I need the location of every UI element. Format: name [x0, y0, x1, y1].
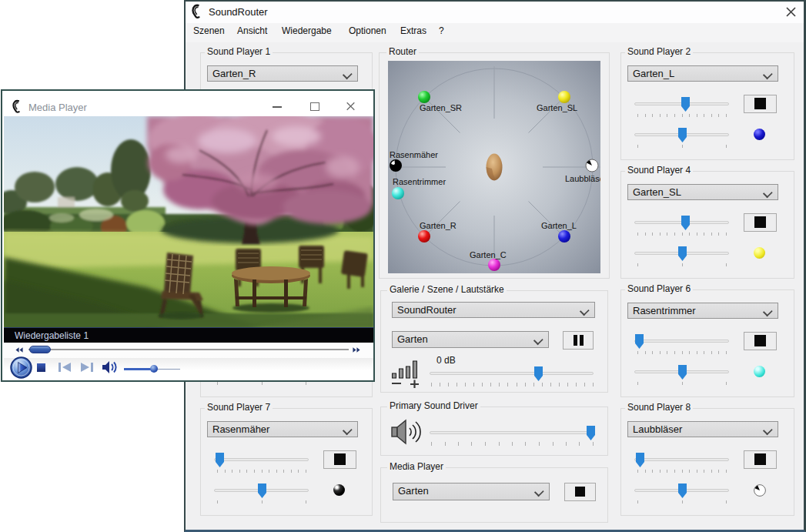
svg-text:Rasentrimmer: Rasentrimmer — [393, 177, 446, 186]
svg-text:Garten_SL: Garten_SL — [537, 103, 577, 112]
svg-text:Garten_L: Garten_L — [541, 221, 577, 230]
svg-text:Laubbläser: Laubbläser — [565, 174, 600, 183]
svg-text:Rasenmäher: Rasenmäher — [390, 150, 438, 159]
svg-text:Garten_R: Garten_R — [420, 221, 457, 230]
svg-text:Garten_C: Garten_C — [470, 250, 507, 259]
svg-text:Garten_SR: Garten_SR — [420, 103, 462, 112]
